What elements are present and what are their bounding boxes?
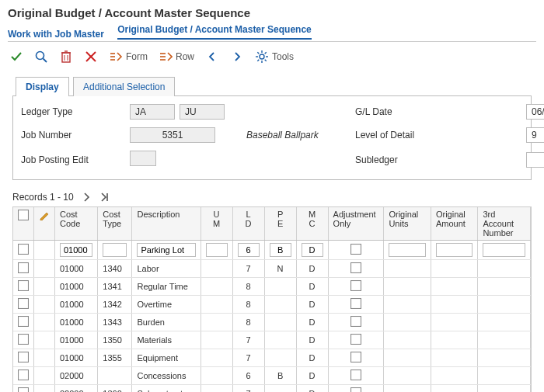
table-row[interactable]: 010001355Equipment7D: [13, 349, 531, 367]
sub-tabs: Display Additional Selection: [8, 76, 536, 95]
row-select-checkbox[interactable]: [18, 298, 29, 309]
grid-cell-input[interactable]: [436, 243, 473, 257]
lod-label: Level of Detail: [355, 130, 448, 140]
svg-line-20: [257, 60, 259, 61]
grid-cell-input[interactable]: [238, 243, 260, 257]
table-row[interactable]: 010001343Burden8D: [13, 314, 531, 331]
table-row[interactable]: 010001341Regular Time8D: [13, 278, 531, 296]
table-row[interactable]: 020001360Subcontractor7D: [13, 385, 531, 392]
job-posting-field[interactable]: [130, 151, 156, 166]
pager: Records 1 - 10: [12, 191, 532, 203]
svg-marker-22: [40, 213, 48, 220]
svg-line-19: [265, 52, 267, 54]
ledger-type-ja[interactable]: JA: [130, 104, 175, 120]
row-icon: [159, 50, 173, 64]
tools-menu-label: Tools: [272, 51, 294, 62]
adjustment-only-checkbox[interactable]: [350, 352, 361, 363]
tab-original-budget[interactable]: Original Budget / Account Master Sequenc…: [117, 24, 312, 40]
toolbar: Form Row Tools: [8, 45, 536, 71]
adjustment-only-checkbox[interactable]: [350, 280, 361, 291]
gl-date-label: G/L Date: [355, 106, 448, 117]
page-next-icon[interactable]: [80, 191, 92, 203]
col-adj-only[interactable]: AdjustmentOnly: [328, 207, 384, 241]
tab-additional-selection[interactable]: Additional Selection: [73, 77, 175, 96]
row-menu-label: Row: [176, 51, 194, 62]
adjustment-only-checkbox[interactable]: [350, 316, 361, 327]
prev-icon[interactable]: [205, 50, 219, 64]
grid: CostCode CostType Description UM LD PE M…: [12, 206, 532, 392]
ledger-type-ju[interactable]: JU: [180, 104, 225, 120]
col-pe[interactable]: PE: [264, 207, 296, 241]
grid-cell-input[interactable]: [206, 243, 228, 257]
lod-field[interactable]: 9: [526, 127, 544, 143]
col-cost-code[interactable]: CostCode: [55, 207, 98, 241]
job-posting-label: Job Posting Edit: [21, 154, 130, 165]
col-cost-type[interactable]: CostType: [98, 207, 132, 241]
grid-cell-input[interactable]: [60, 243, 92, 257]
find-icon[interactable]: [34, 50, 48, 64]
svg-line-1: [44, 59, 47, 63]
table-row[interactable]: 010001340Labor7ND: [13, 260, 531, 278]
row-select-checkbox[interactable]: [18, 262, 29, 273]
col-um[interactable]: UM: [201, 207, 232, 241]
col-mc[interactable]: MC: [296, 207, 328, 241]
delete-icon[interactable]: [59, 50, 73, 64]
adjustment-only-checkbox[interactable]: [350, 298, 361, 309]
ok-icon[interactable]: [9, 50, 23, 64]
table-row[interactable]: [13, 241, 531, 260]
records-label: Records 1 - 10: [12, 192, 74, 203]
adjustment-only-checkbox[interactable]: [350, 369, 361, 380]
gear-icon: [255, 50, 269, 64]
col-orig-units[interactable]: OriginalUnits: [384, 207, 431, 241]
svg-rect-2: [62, 53, 70, 62]
pencil-icon[interactable]: [39, 210, 50, 220]
job-number-field[interactable]: 5351: [130, 127, 215, 143]
col-3rd-acct[interactable]: 3rd AccountNumber: [478, 207, 531, 241]
adjustment-only-checkbox[interactable]: [350, 387, 361, 392]
form-menu[interactable]: Form: [109, 50, 148, 64]
grid-cell-input[interactable]: [483, 243, 525, 257]
col-orig-amount[interactable]: OriginalAmount: [431, 207, 478, 241]
subledger-label: Subledger: [355, 154, 448, 165]
display-panel: Ledger Type JA JU G/L Date 06/30/15 Job …: [12, 95, 532, 180]
job-name: Baseball Ballpark: [246, 130, 355, 140]
svg-point-0: [37, 52, 44, 60]
ledger-type-label: Ledger Type: [21, 106, 130, 117]
adjustment-only-checkbox[interactable]: [350, 334, 361, 345]
svg-point-12: [260, 54, 264, 59]
svg-line-18: [265, 60, 267, 61]
grid-cell-input[interactable]: [302, 243, 323, 257]
cancel-icon[interactable]: [84, 50, 98, 64]
col-description[interactable]: Description: [132, 207, 201, 241]
grid-cell-input[interactable]: [389, 243, 426, 257]
gl-date-field[interactable]: 06/30/15: [526, 104, 544, 120]
row-select-checkbox[interactable]: [18, 316, 29, 327]
row-select-checkbox[interactable]: [18, 369, 29, 380]
col-ld[interactable]: LD: [232, 207, 264, 241]
adjustment-only-checkbox[interactable]: [350, 262, 361, 273]
table-row[interactable]: 010001350Materials7D: [13, 331, 531, 349]
adjustment-only-checkbox[interactable]: [350, 244, 361, 255]
tools-menu[interactable]: Tools: [255, 50, 294, 64]
grid-cell-input[interactable]: [270, 243, 291, 257]
select-all-checkbox[interactable]: [18, 210, 29, 220]
row-select-checkbox[interactable]: [18, 352, 29, 363]
row-menu[interactable]: Row: [159, 50, 194, 64]
table-row[interactable]: 02000Concessions6BD: [13, 367, 531, 385]
top-tabs: Work with Job Master Original Budget / A…: [8, 24, 536, 40]
subledger-field[interactable]: [526, 152, 544, 168]
svg-line-17: [257, 52, 259, 54]
row-select-checkbox[interactable]: [18, 334, 29, 345]
row-select-checkbox[interactable]: [18, 280, 29, 291]
form-icon: [109, 50, 123, 64]
row-select-checkbox[interactable]: [18, 244, 29, 255]
tab-display[interactable]: Display: [16, 77, 69, 96]
row-select-checkbox[interactable]: [18, 387, 29, 392]
page-last-icon[interactable]: [99, 191, 111, 203]
table-row[interactable]: 010001342Overtime8D: [13, 296, 531, 314]
grid-cell-input[interactable]: [137, 243, 195, 257]
page-title: Original Budget / Account Master Sequenc…: [8, 6, 536, 19]
tab-work-with-job-master[interactable]: Work with Job Master: [8, 29, 104, 40]
grid-cell-input[interactable]: [103, 243, 127, 257]
next-icon[interactable]: [230, 50, 244, 64]
